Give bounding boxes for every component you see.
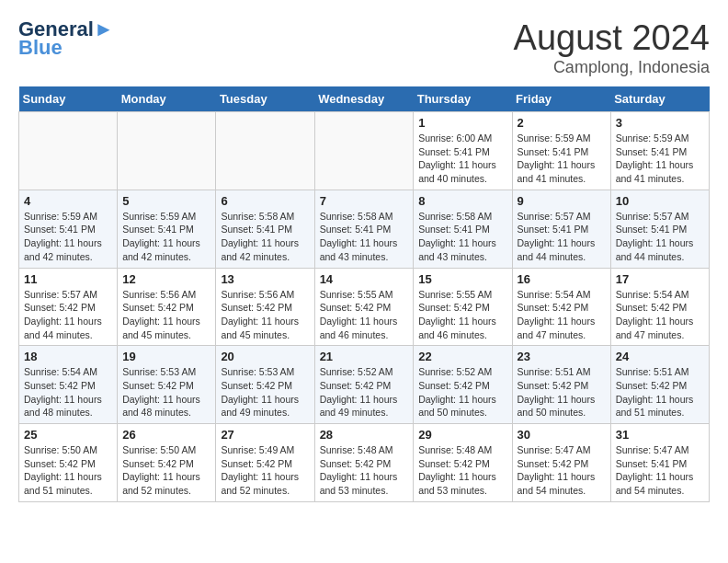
day-number: 8 [418,194,506,208]
calendar-cell: 11Sunrise: 5:57 AM Sunset: 5:42 PM Dayli… [19,268,118,346]
day-info: Sunrise: 5:50 AM Sunset: 5:42 PM Dayligh… [24,443,112,498]
calendar-cell: 7Sunrise: 5:58 AM Sunset: 5:41 PM Daylig… [314,190,414,268]
calendar-cell: 13Sunrise: 5:56 AM Sunset: 5:42 PM Dayli… [216,268,314,346]
col-wednesday: Wednesday [314,86,414,112]
day-number: 21 [320,350,409,363]
day-number: 24 [616,350,704,363]
page-header: General► Blue August 2024 Camplong, Indo… [18,18,710,77]
day-number: 5 [122,194,210,208]
day-number: 14 [320,272,409,286]
day-number: 17 [616,272,704,286]
calendar-cell: 6Sunrise: 5:58 AM Sunset: 5:41 PM Daylig… [216,190,314,268]
calendar-cell: 22Sunrise: 5:52 AM Sunset: 5:42 PM Dayli… [414,346,512,424]
calendar-cell: 8Sunrise: 5:58 AM Sunset: 5:41 PM Daylig… [414,190,512,268]
calendar-cell: 25Sunrise: 5:50 AM Sunset: 5:42 PM Dayli… [19,424,118,502]
calendar-cell: 23Sunrise: 5:51 AM Sunset: 5:42 PM Dayli… [512,346,610,424]
day-info: Sunrise: 5:56 AM Sunset: 5:42 PM Dayligh… [221,288,309,342]
day-info: Sunrise: 5:58 AM Sunset: 5:41 PM Dayligh… [221,210,309,264]
day-number: 12 [122,272,210,286]
day-info: Sunrise: 5:48 AM Sunset: 5:42 PM Dayligh… [418,443,506,498]
day-info: Sunrise: 5:59 AM Sunset: 5:41 PM Dayligh… [24,210,112,264]
day-number: 4 [24,194,112,208]
calendar-cell [216,112,314,190]
calendar-cell: 10Sunrise: 5:57 AM Sunset: 5:41 PM Dayli… [610,190,709,268]
day-number: 9 [518,194,606,208]
title-block: August 2024 Camplong, Indonesia [514,18,710,77]
day-info: Sunrise: 5:53 AM Sunset: 5:42 PM Dayligh… [221,365,309,419]
day-number: 7 [320,194,409,208]
calendar-cell: 27Sunrise: 5:49 AM Sunset: 5:42 PM Dayli… [216,424,314,502]
calendar-cell: 31Sunrise: 5:47 AM Sunset: 5:41 PM Dayli… [610,424,709,502]
col-sunday: Sunday [19,86,118,112]
day-number: 2 [518,116,606,130]
calendar-cell: 14Sunrise: 5:55 AM Sunset: 5:42 PM Dayli… [314,268,414,346]
day-number: 20 [221,350,309,363]
calendar-cell: 21Sunrise: 5:52 AM Sunset: 5:42 PM Dayli… [314,346,414,424]
day-number: 23 [518,350,606,363]
calendar-week-1: 1Sunrise: 6:00 AM Sunset: 5:41 PM Daylig… [19,112,710,190]
day-info: Sunrise: 5:47 AM Sunset: 5:41 PM Dayligh… [616,443,704,498]
day-number: 6 [221,194,309,208]
calendar-week-3: 11Sunrise: 5:57 AM Sunset: 5:42 PM Dayli… [19,268,710,346]
day-info: Sunrise: 5:50 AM Sunset: 5:42 PM Dayligh… [122,443,210,498]
col-friday: Friday [512,86,610,112]
day-number: 11 [24,272,112,286]
calendar-cell [314,112,414,190]
calendar-cell: 19Sunrise: 5:53 AM Sunset: 5:42 PM Dayli… [118,346,216,424]
calendar-cell: 2Sunrise: 5:59 AM Sunset: 5:41 PM Daylig… [512,112,610,190]
col-thursday: Thursday [414,86,512,112]
calendar-cell: 9Sunrise: 5:57 AM Sunset: 5:41 PM Daylig… [512,190,610,268]
calendar-cell: 20Sunrise: 5:53 AM Sunset: 5:42 PM Dayli… [216,346,314,424]
day-number: 13 [221,272,309,286]
day-info: Sunrise: 5:55 AM Sunset: 5:42 PM Dayligh… [320,288,409,342]
day-info: Sunrise: 5:57 AM Sunset: 5:42 PM Dayligh… [24,288,112,342]
calendar-cell: 1Sunrise: 6:00 AM Sunset: 5:41 PM Daylig… [414,112,512,190]
col-saturday: Saturday [610,86,709,112]
day-info: Sunrise: 5:54 AM Sunset: 5:42 PM Dayligh… [518,288,606,342]
calendar-cell: 5Sunrise: 5:59 AM Sunset: 5:41 PM Daylig… [118,190,216,268]
day-number: 18 [24,350,112,363]
header-row: Sunday Monday Tuesday Wednesday Thursday… [19,86,710,112]
calendar-week-4: 18Sunrise: 5:54 AM Sunset: 5:42 PM Dayli… [19,346,710,424]
day-info: Sunrise: 5:58 AM Sunset: 5:41 PM Dayligh… [320,210,409,264]
calendar-cell: 17Sunrise: 5:54 AM Sunset: 5:42 PM Dayli… [610,268,709,346]
logo: General► Blue [18,18,114,59]
day-info: Sunrise: 6:00 AM Sunset: 5:41 PM Dayligh… [418,132,506,186]
calendar-cell: 16Sunrise: 5:54 AM Sunset: 5:42 PM Dayli… [512,268,610,346]
day-info: Sunrise: 5:53 AM Sunset: 5:42 PM Dayligh… [122,365,210,419]
calendar-week-2: 4Sunrise: 5:59 AM Sunset: 5:41 PM Daylig… [19,190,710,268]
day-info: Sunrise: 5:59 AM Sunset: 5:41 PM Dayligh… [616,132,704,186]
day-info: Sunrise: 5:57 AM Sunset: 5:41 PM Dayligh… [518,210,606,264]
day-number: 26 [122,428,210,442]
calendar-title: August 2024 [514,18,710,58]
calendar-cell: 28Sunrise: 5:48 AM Sunset: 5:42 PM Dayli… [314,424,414,502]
calendar-cell: 26Sunrise: 5:50 AM Sunset: 5:42 PM Dayli… [118,424,216,502]
day-number: 30 [518,428,606,442]
day-number: 29 [418,428,506,442]
day-info: Sunrise: 5:48 AM Sunset: 5:42 PM Dayligh… [320,443,409,498]
day-number: 22 [418,350,506,363]
day-info: Sunrise: 5:54 AM Sunset: 5:42 PM Dayligh… [616,288,704,342]
col-tuesday: Tuesday [216,86,314,112]
day-info: Sunrise: 5:47 AM Sunset: 5:42 PM Dayligh… [518,443,606,498]
calendar-cell: 12Sunrise: 5:56 AM Sunset: 5:42 PM Dayli… [118,268,216,346]
calendar-cell [118,112,216,190]
day-number: 16 [518,272,606,286]
day-number: 3 [616,116,704,130]
calendar-cell: 24Sunrise: 5:51 AM Sunset: 5:42 PM Dayli… [610,346,709,424]
calendar-subtitle: Camplong, Indonesia [514,58,710,77]
day-number: 19 [122,350,210,363]
day-number: 25 [24,428,112,442]
calendar-cell: 3Sunrise: 5:59 AM Sunset: 5:41 PM Daylig… [610,112,709,190]
day-info: Sunrise: 5:59 AM Sunset: 5:41 PM Dayligh… [122,210,210,264]
day-info: Sunrise: 5:55 AM Sunset: 5:42 PM Dayligh… [418,288,506,342]
day-info: Sunrise: 5:54 AM Sunset: 5:42 PM Dayligh… [24,365,112,419]
day-info: Sunrise: 5:51 AM Sunset: 5:42 PM Dayligh… [616,365,704,419]
calendar-cell [19,112,118,190]
day-number: 31 [616,428,704,442]
day-info: Sunrise: 5:58 AM Sunset: 5:41 PM Dayligh… [418,210,506,264]
calendar-week-5: 25Sunrise: 5:50 AM Sunset: 5:42 PM Dayli… [19,424,710,502]
day-number: 27 [221,428,309,442]
day-info: Sunrise: 5:56 AM Sunset: 5:42 PM Dayligh… [122,288,210,342]
calendar-cell: 15Sunrise: 5:55 AM Sunset: 5:42 PM Dayli… [414,268,512,346]
